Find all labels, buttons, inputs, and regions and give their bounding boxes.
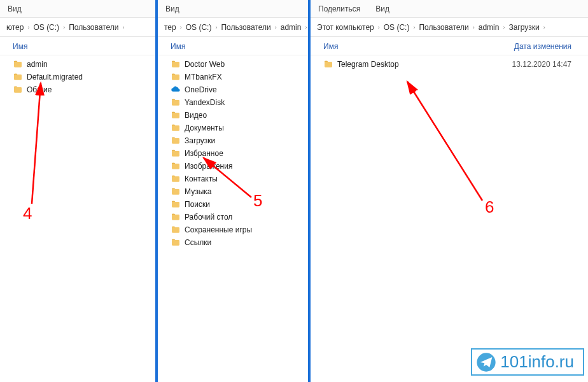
item-label: Контакты: [185, 174, 218, 183]
column-date[interactable]: Дата изменения: [514, 42, 584, 51]
breadcrumb-item[interactable]: OS (C:): [33, 23, 59, 32]
explorer-panel-1: Вид ютер› OS (C:)› Пользователи› Имя adm…: [0, 0, 158, 382]
folder-icon: [171, 174, 181, 184]
toolbar: Вид: [158, 0, 308, 18]
breadcrumb-item[interactable]: Этот компьютер: [317, 23, 374, 32]
item-label: Default.migrated: [27, 73, 83, 81]
item-label: Сохраненные игры: [185, 225, 252, 234]
breadcrumb-item[interactable]: Пользователи: [69, 23, 118, 32]
list-item[interactable]: Избранное: [158, 147, 308, 160]
list-item[interactable]: Telegram Desktop13.12.2020 14:47: [311, 58, 588, 71]
watermark-logo: 101info.ru: [471, 348, 584, 376]
breadcrumb-item[interactable]: OS (C:): [384, 23, 410, 32]
list-item[interactable]: Рабочий стол: [158, 211, 308, 223]
toolbar-view[interactable]: Вид: [165, 4, 179, 13]
list-item[interactable]: Контакты: [158, 173, 308, 185]
item-label: YandexDisk: [185, 98, 225, 107]
item-label: Doctor Web: [185, 60, 225, 69]
list-item[interactable]: Default.migrated: [0, 71, 155, 83]
item-label: Загрузки: [185, 136, 215, 145]
folder-icon: [323, 59, 333, 69]
folder-icon: [171, 199, 181, 209]
list-item[interactable]: Doctor Web: [158, 58, 308, 71]
breadcrumb-item[interactable]: admin: [479, 23, 500, 32]
breadcrumb-item[interactable]: Загрузки: [508, 23, 539, 32]
toolbar-share[interactable]: Поделиться: [318, 4, 360, 13]
list-item[interactable]: Ссылки: [158, 236, 308, 249]
item-label: Музыка: [185, 187, 211, 196]
folder-icon: [171, 237, 181, 248]
toolbar: Вид: [0, 0, 155, 18]
breadcrumb[interactable]: Этот компьютер› OS (C:)› Пользователи› a…: [311, 18, 588, 37]
watermark-text: 101info.ru: [500, 352, 574, 372]
chevron-right-icon: ›: [473, 24, 475, 31]
chevron-right-icon: ›: [180, 24, 182, 31]
folder-icon: [171, 225, 181, 235]
chevron-right-icon: ›: [122, 24, 124, 31]
folder-icon: [171, 136, 181, 146]
toolbar: Поделиться Вид: [311, 0, 588, 18]
list-item[interactable]: Видео: [158, 109, 308, 122]
list-item[interactable]: Поиски: [158, 198, 308, 211]
toolbar-view[interactable]: Вид: [8, 4, 22, 13]
list-item[interactable]: admin: [0, 58, 155, 71]
telegram-icon: [476, 352, 496, 372]
folder-icon: [13, 72, 23, 82]
column-name[interactable]: Имя: [13, 42, 140, 51]
annotation-5: 5: [253, 191, 262, 211]
folder-icon: [171, 187, 181, 197]
folder-icon: [171, 123, 181, 133]
column-name[interactable]: Имя: [171, 42, 298, 51]
annotation-6: 6: [485, 197, 494, 217]
breadcrumb-item[interactable]: Пользователи: [221, 23, 270, 32]
list-item[interactable]: Сохраненные игры: [158, 223, 308, 236]
breadcrumb-item[interactable]: тер: [164, 23, 176, 32]
column-header-row: Имя: [158, 37, 308, 55]
item-label: OneDrive: [185, 85, 217, 94]
item-label: Ссылки: [185, 238, 211, 247]
column-name[interactable]: Имя: [323, 42, 451, 51]
chevron-right-icon: ›: [63, 24, 65, 31]
breadcrumb-item[interactable]: admin: [281, 23, 302, 32]
item-label: Изображения: [185, 162, 232, 171]
breadcrumb[interactable]: ютер› OS (C:)› Пользователи›: [0, 18, 155, 37]
item-label: Документы: [185, 124, 224, 132]
list-item[interactable]: YandexDisk: [158, 96, 308, 109]
list-item[interactable]: Общие: [0, 83, 155, 96]
chevron-right-icon: ›: [503, 24, 505, 31]
item-label: Поиски: [185, 200, 210, 209]
item-date: 13.12.2020 14:47: [512, 60, 584, 69]
onedrive-icon: [171, 85, 181, 95]
item-label: Общие: [27, 85, 52, 94]
explorer-panel-3: Поделиться Вид Этот компьютер› OS (C:)› …: [311, 0, 588, 382]
list-item[interactable]: Загрузки: [158, 134, 308, 147]
column-header-row: Имя: [0, 37, 155, 55]
breadcrumb-item[interactable]: ютер: [6, 23, 24, 32]
folder-icon: [171, 97, 181, 108]
column-header-row: Имя Дата изменения: [311, 37, 588, 55]
list-item[interactable]: Изображения: [158, 160, 308, 173]
list-item[interactable]: Документы: [158, 122, 308, 134]
item-label: Telegram Desktop: [337, 60, 399, 69]
chevron-right-icon: ›: [305, 24, 307, 31]
list-item[interactable]: OneDrive: [158, 83, 308, 96]
chevron-right-icon: ›: [543, 24, 545, 31]
folder-icon: [171, 59, 181, 69]
breadcrumb-item[interactable]: Пользователи: [419, 23, 468, 32]
folder-icon: [171, 161, 181, 171]
breadcrumb[interactable]: тер› OS (C:)› Пользователи› admin›: [158, 18, 308, 37]
breadcrumb-item[interactable]: OS (C:): [186, 23, 212, 32]
list-item[interactable]: MTbankFX: [158, 71, 308, 83]
chevron-right-icon: ›: [275, 24, 277, 31]
chevron-right-icon: ›: [215, 24, 217, 31]
list-item[interactable]: Музыка: [158, 185, 308, 198]
folder-icon: [171, 212, 181, 222]
annotation-4: 4: [23, 204, 32, 223]
chevron-right-icon: ›: [27, 24, 29, 31]
chevron-right-icon: ›: [378, 24, 380, 31]
folder-icon: [171, 72, 181, 82]
chevron-right-icon: ›: [413, 24, 415, 31]
toolbar-view[interactable]: Вид: [375, 4, 389, 13]
item-label: Избранное: [185, 149, 223, 158]
item-label: MTbankFX: [185, 73, 222, 81]
